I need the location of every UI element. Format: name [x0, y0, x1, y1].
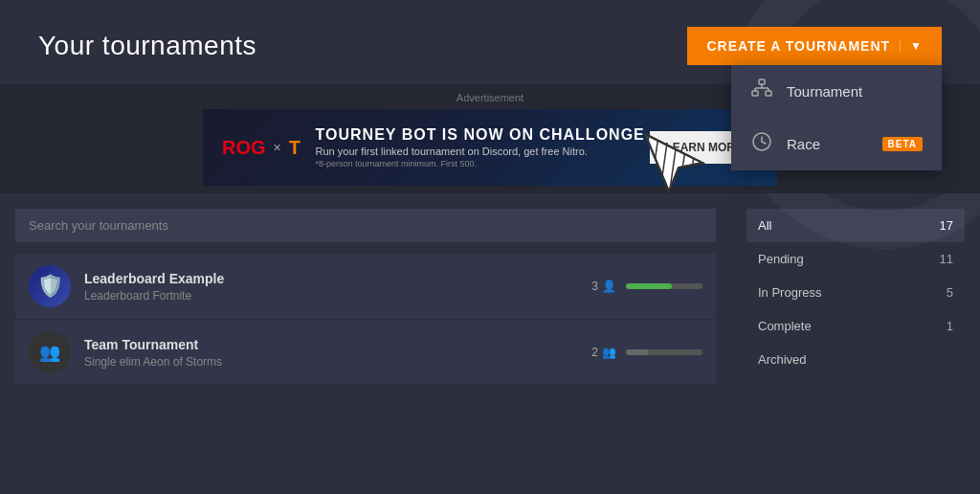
filter-count: 17: [940, 218, 953, 233]
right-panel: All 17 Pending 11 In Progress 5 Complete…: [731, 209, 980, 494]
tournament-icon: [750, 79, 773, 104]
svg-rect-0: [759, 79, 765, 84]
search-input[interactable]: [15, 209, 716, 242]
ad-logos: ROG × T: [222, 137, 301, 159]
ad-title: TOURNEY BOT IS NOW ON CHALLONGE: [316, 126, 645, 144]
tourney-logo: T: [289, 137, 301, 159]
beta-badge: BETA: [882, 137, 923, 151]
filter-count: 1: [947, 319, 953, 333]
svg-rect-1: [752, 91, 758, 96]
ad-fine-print: *8-person tournament minimum. First 500.: [316, 159, 478, 168]
filter-all[interactable]: All 17: [746, 209, 965, 242]
tournament-name: Leaderboard Example: [84, 271, 578, 286]
ad-subtitle: Run your first linked tournament on Disc…: [316, 146, 588, 157]
participant-count: 3 👤: [591, 280, 616, 293]
tournament-list: 🛡️ Leaderboard Example Leaderboard Fortn…: [15, 254, 716, 386]
list-item[interactable]: 🛡️ Leaderboard Example Leaderboard Fortn…: [15, 254, 716, 320]
avatar: 👥: [29, 331, 71, 373]
filter-label: Archived: [758, 352, 807, 367]
tournament-info: Leaderboard Example Leaderboard Fortnite: [84, 271, 578, 303]
filter-count: 11: [940, 252, 953, 266]
participant-count-value: 3: [591, 280, 598, 293]
x-separator: ×: [274, 140, 281, 155]
race-icon: [750, 131, 773, 157]
page-title: Your tournaments: [38, 31, 256, 61]
rog-logo: ROG: [222, 137, 266, 159]
create-button-label: CREATE A TOURNAMENT: [706, 38, 890, 54]
filter-label: Complete: [758, 319, 812, 333]
svg-rect-2: [766, 91, 771, 96]
filter-archived[interactable]: Archived: [746, 343, 965, 376]
race-dropdown-label: Race: [787, 136, 820, 152]
avatar: 🛡️: [29, 265, 71, 307]
filter-label: Pending: [758, 252, 804, 266]
tournament-game: Leaderboard Fortnite: [84, 289, 578, 303]
participant-count: 2 👥: [591, 346, 616, 359]
filter-count: 5: [947, 285, 953, 300]
participant-icon: 👥: [602, 346, 616, 359]
filter-in-progress[interactable]: In Progress 5: [746, 276, 965, 309]
ad-content: TOURNEY BOT IS NOW ON CHALLONGE Run your…: [316, 126, 645, 168]
create-button-wrapper: CREATE A TOURNAMENT ▼ Tournament: [687, 27, 942, 65]
progress-bar: [626, 283, 702, 289]
tournament-meta: 2 👥: [591, 346, 702, 359]
ad-banner: ROG × T TOURNEY BOT IS NOW ON CHALLONGE …: [203, 109, 777, 186]
filter-label: All: [758, 218, 771, 233]
progress-fill: [626, 349, 649, 355]
tournament-dropdown-label: Tournament: [787, 83, 862, 100]
tournament-name: Team Tournament: [84, 337, 578, 352]
chevron-down-icon: ▼: [900, 39, 923, 53]
filter-pending[interactable]: Pending 11: [746, 242, 965, 276]
filter-label: In Progress: [758, 285, 821, 300]
create-tournament-button[interactable]: CREATE A TOURNAMENT ▼: [687, 27, 942, 65]
filter-complete[interactable]: Complete 1: [746, 309, 965, 343]
main-content: 🛡️ Leaderboard Example Leaderboard Fortn…: [0, 193, 980, 494]
create-dropdown-menu: Tournament Race BETA: [731, 65, 942, 170]
header: Your tournaments CREATE A TOURNAMENT ▼: [0, 0, 980, 84]
participant-count-value: 2: [591, 346, 598, 359]
dropdown-item-tournament[interactable]: Tournament: [731, 65, 942, 118]
tournament-game: Single elim Aeon of Storms: [84, 355, 578, 369]
progress-bar: [626, 349, 702, 355]
progress-fill: [626, 283, 672, 289]
dropdown-item-race[interactable]: Race BETA: [731, 118, 942, 170]
left-panel: 🛡️ Leaderboard Example Leaderboard Fortn…: [0, 209, 731, 494]
list-item[interactable]: 👥 Team Tournament Single elim Aeon of St…: [15, 320, 716, 386]
tournament-meta: 3 👤: [591, 280, 702, 293]
participant-icon: 👤: [602, 280, 616, 293]
tournament-info: Team Tournament Single elim Aeon of Stor…: [84, 337, 578, 369]
